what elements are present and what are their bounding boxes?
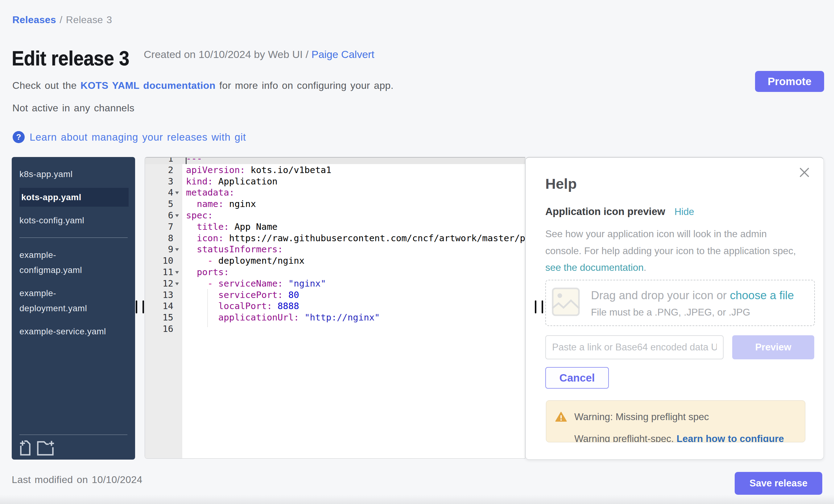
created-prefix: Created on 10/10/2024 by Web UI / — [144, 48, 311, 60]
code-text: --- — [182, 157, 202, 165]
line-number: 8 — [145, 233, 173, 244]
help-description: See how your application icon will look … — [545, 225, 796, 276]
file-item-example-service.yaml[interactable]: example-service.yaml — [19, 320, 129, 343]
line-number: 2 — [145, 165, 173, 176]
desc-suffix: . — [644, 262, 646, 273]
section-title: Application icon preview — [545, 206, 665, 217]
code-text: - deployment/nginx — [182, 255, 304, 266]
fold-arrow-icon[interactable] — [175, 271, 179, 274]
icon-url-input[interactable] — [545, 335, 724, 359]
dropzone-text-before: Drag and drop your icon or — [591, 289, 730, 302]
sidebar-footer-divider — [19, 435, 127, 435]
doc-hint-before: Check out the — [12, 80, 81, 91]
cancel-button[interactable]: Cancel — [545, 367, 609, 389]
code-text: localPort: 8888 — [182, 301, 299, 312]
save-release-button[interactable]: Save release — [735, 472, 822, 495]
line-number: 4 — [145, 187, 173, 198]
editor-cursor — [186, 158, 186, 164]
created-author-link[interactable]: Paige Calvert — [311, 48, 374, 60]
section-header-row: Application icon preview Hide — [545, 206, 694, 217]
image-placeholder-icon — [552, 287, 580, 316]
created-meta: Created on 10/10/2024 by Web UI / Paige … — [144, 48, 374, 61]
preview-button[interactable]: Preview — [732, 335, 814, 359]
code-line-7: 7 title: App Name — [145, 221, 525, 233]
yaml-editor[interactable]: 1---2apiVersion: kots.io/v1beta13kind: A… — [145, 157, 525, 459]
preflight-warning: Warning: Missing preflight spec Warning … — [546, 400, 805, 442]
line-number: 13 — [145, 289, 173, 301]
file-list: k8s-app.yamlkots-app.yamlkots-config.yam… — [12, 162, 135, 343]
choose-file-link[interactable]: choose a file — [730, 289, 794, 302]
line-number: 16 — [145, 323, 173, 335]
sidebar-footer — [12, 435, 135, 460]
git-releases-link[interactable]: Learn about managing your releases with … — [29, 131, 246, 143]
breadcrumb-current: Release 3 — [66, 14, 112, 25]
help-title: Help — [545, 175, 577, 192]
add-folder-icon[interactable] — [37, 440, 54, 456]
breadcrumb-separator: / — [56, 14, 66, 25]
learn-configure-link[interactable]: Learn how to configure — [676, 433, 784, 442]
code-line-6: 6spec: — [145, 210, 525, 221]
line-number: 10 — [145, 255, 173, 266]
icon-dropzone[interactable]: Drag and drop your icon or choose a file… — [545, 280, 815, 326]
code-line-5: 5 name: nginx — [145, 198, 525, 210]
editor-indent-guide — [207, 289, 208, 327]
code-line-13: 13 servicePort: 80 — [145, 289, 525, 301]
help-description-line2: console. For help adding your icon to th… — [545, 242, 796, 259]
code-text: - serviceName: "nginx" — [182, 278, 326, 289]
fold-arrow-icon[interactable] — [175, 192, 179, 194]
git-help-row: ? Learn about managing your releases wit… — [13, 131, 246, 143]
code-text: spec: — [182, 210, 213, 221]
see-documentation-link[interactable]: see the documentation — [545, 262, 644, 273]
file-item-kots-app.yaml[interactable]: kots-app.yaml — [19, 188, 129, 207]
page-title: Edit release 3 — [12, 48, 129, 68]
file-item-kots-config.yaml[interactable]: kots-config.yaml — [19, 209, 129, 232]
bottom-fade — [0, 495, 834, 504]
line-number: 6 — [145, 210, 173, 221]
promote-button[interactable]: Promote — [755, 71, 824, 92]
file-item-example-deployment.yaml[interactable]: example-deployment.yaml — [19, 282, 129, 320]
code-line-8: 8 icon: https://raw.githubusercontent.co… — [145, 233, 525, 244]
code-text: apiVersion: kots.io/v1beta1 — [182, 165, 331, 176]
line-number: 5 — [145, 198, 173, 210]
code-text: icon: https://raw.githubusercontent.com/… — [182, 233, 525, 244]
line-number: 14 — [145, 301, 173, 312]
code-text: metadata: — [182, 187, 235, 198]
file-item-example-configmap.yaml[interactable]: example-configmap.yaml — [19, 243, 129, 282]
hide-link[interactable]: Hide — [675, 206, 694, 217]
close-icon[interactable] — [799, 167, 810, 178]
line-number: 15 — [145, 312, 173, 323]
kots-yaml-doc-link[interactable]: KOTS YAML documentation — [81, 80, 216, 91]
question-circle-icon: ? — [13, 131, 25, 143]
sidebar-divider — [19, 238, 128, 238]
doc-hint-line: Check out the KOTS YAML documentation fo… — [12, 80, 394, 91]
code-line-3: 3kind: Application — [145, 176, 525, 187]
left-resize-handle-bar2[interactable] — [142, 301, 144, 313]
line-number: 9 — [145, 244, 173, 255]
code-line-12: 12 - serviceName: "nginx" — [145, 278, 525, 289]
sidebar-action-icons — [19, 440, 127, 456]
right-resize-handle-bar2[interactable] — [542, 301, 543, 313]
fold-arrow-icon[interactable] — [175, 283, 179, 285]
doc-hint-after: for more info on configuring your app. — [216, 80, 394, 91]
editor-code: 1---2apiVersion: kots.io/v1beta13kind: A… — [145, 157, 525, 335]
breadcrumb-releases-link[interactable]: Releases — [12, 14, 56, 25]
add-file-icon[interactable] — [19, 440, 30, 456]
code-text — [182, 323, 186, 335]
code-line-1: 1--- — [145, 157, 525, 165]
right-resize-handle-bar1[interactable] — [535, 301, 536, 313]
warning-detail-text: Warning preflight-spec. — [574, 433, 676, 442]
line-number: 7 — [145, 221, 173, 233]
left-resize-handle-bar1[interactable] — [136, 301, 137, 313]
code-line-4: 4metadata: — [145, 187, 525, 198]
code-line-16: 16 — [145, 323, 525, 335]
fold-arrow-icon[interactable] — [175, 248, 179, 251]
file-item-k8s-app.yaml[interactable]: k8s-app.yaml — [19, 162, 129, 186]
channel-status: Not active in any channels — [12, 103, 134, 114]
warning-title: Warning: Missing preflight spec — [574, 411, 709, 422]
code-text: statusInformers: — [182, 244, 283, 255]
help-panel: Help Application icon preview Hide See h… — [525, 157, 824, 460]
fold-arrow-icon[interactable] — [175, 214, 179, 217]
question-mark: ? — [16, 132, 21, 142]
line-number: 11 — [145, 266, 173, 278]
code-line-2: 2apiVersion: kots.io/v1beta1 — [145, 165, 525, 176]
